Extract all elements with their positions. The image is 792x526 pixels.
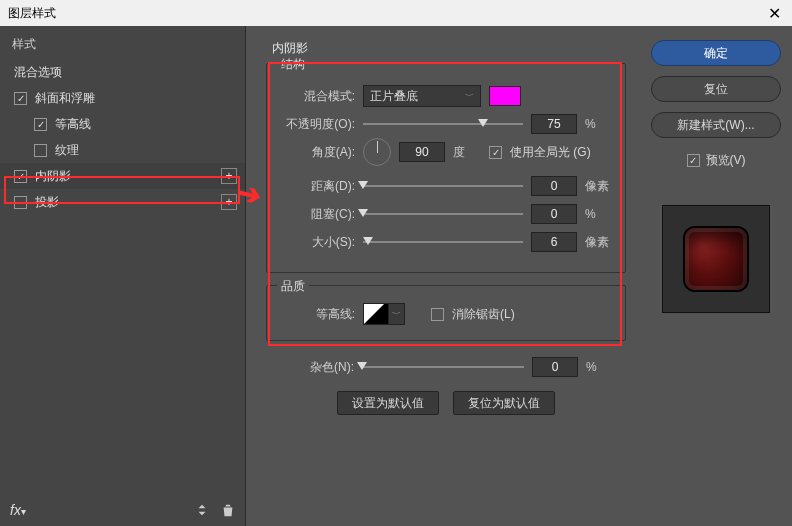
size-unit: 像素 (585, 234, 613, 251)
settings-panel: 内阴影 结构 混合模式: 正片叠底 ﹀ 不透明度(O): % 角度(A): (246, 26, 640, 526)
angle-dial[interactable] (363, 138, 391, 166)
effect-label: 等高线 (55, 116, 237, 133)
effect-row-bevel[interactable]: 斜面和浮雕 (0, 85, 245, 111)
effect-label: 纹理 (55, 142, 237, 159)
new-style-button[interactable]: 新建样式(W)... (651, 112, 781, 138)
blend-mode-value: 正片叠底 (370, 88, 418, 105)
global-light-label: 使用全局光 (G) (510, 144, 591, 161)
shadow-color-swatch[interactable] (489, 86, 521, 106)
ok-button[interactable]: 确定 (651, 40, 781, 66)
noise-unit: % (586, 360, 614, 374)
noise-field: 杂色(N): % (266, 353, 626, 381)
panel-title: 内阴影 (272, 40, 626, 57)
make-default-button[interactable]: 设置为默认值 (337, 391, 439, 415)
antialias-label: 消除锯齿(L) (452, 306, 515, 323)
opacity-input[interactable] (531, 114, 577, 134)
checkbox-icon[interactable] (14, 196, 27, 209)
checkbox-icon[interactable] (14, 92, 27, 105)
effect-row-inner-shadow[interactable]: 内阴影 + (0, 163, 245, 189)
sidebar-footer: fx▾ (0, 494, 245, 526)
effect-row-drop-shadow[interactable]: 投影 + (0, 189, 245, 215)
group-title-structure: 结构 (277, 56, 309, 73)
effect-label: 投影 (35, 194, 221, 211)
add-effect-button[interactable]: + (221, 168, 237, 184)
default-buttons-row: 设置为默认值 复位为默认值 (266, 391, 626, 415)
contour-field: 等高线: ﹀ 消除锯齿(L) (279, 300, 613, 328)
blend-mode-label: 混合模式: (279, 88, 355, 105)
opacity-field: 不透明度(O): % (279, 110, 613, 138)
sidebar-header: 样式 (0, 26, 245, 59)
checkbox-icon[interactable] (34, 144, 47, 157)
preview-toggle[interactable]: 预览(V) (687, 152, 746, 169)
choke-label: 阻塞(C): (279, 206, 355, 223)
noise-label: 杂色(N): (278, 359, 354, 376)
opacity-slider[interactable] (363, 117, 523, 131)
close-icon[interactable]: ✕ (764, 4, 784, 23)
effect-row-texture[interactable]: 纹理 (0, 137, 245, 163)
effect-row-contour[interactable]: 等高线 (0, 111, 245, 137)
angle-unit: 度 (453, 144, 481, 161)
size-input[interactable] (531, 232, 577, 252)
contour-swatch[interactable] (363, 303, 389, 325)
choke-input[interactable] (531, 204, 577, 224)
size-slider[interactable] (363, 235, 523, 249)
group-title-quality: 品质 (277, 278, 309, 295)
angle-input[interactable] (399, 142, 445, 162)
preview-checkbox[interactable] (687, 154, 700, 167)
effects-list: 斜面和浮雕 等高线 纹理 内阴影 + 投影 + (0, 85, 245, 494)
effect-label: 斜面和浮雕 (35, 90, 237, 107)
preview-label: 预览(V) (706, 152, 746, 169)
choke-slider[interactable] (363, 207, 523, 221)
blending-options-row[interactable]: 混合选项 (0, 59, 245, 85)
preview-gem (685, 228, 747, 290)
noise-slider[interactable] (362, 360, 524, 374)
blending-options-label: 混合选项 (14, 64, 237, 81)
choke-field: 阻塞(C): % (279, 200, 613, 228)
global-light-checkbox[interactable] (489, 146, 502, 159)
blend-mode-field: 混合模式: 正片叠底 ﹀ (279, 82, 613, 110)
opacity-unit: % (585, 117, 613, 131)
structure-group: 结构 混合模式: 正片叠底 ﹀ 不透明度(O): % 角度(A): 度 (266, 63, 626, 273)
distance-label: 距离(D): (279, 178, 355, 195)
distance-field: 距离(D): 像素 (279, 172, 613, 200)
effect-label: 内阴影 (35, 168, 221, 185)
angle-label: 角度(A): (279, 144, 355, 161)
up-down-icon[interactable] (195, 503, 209, 517)
noise-input[interactable] (532, 357, 578, 377)
styles-sidebar: 样式 混合选项 斜面和浮雕 等高线 纹理 内阴影 + (0, 26, 246, 526)
angle-field: 角度(A): 度 使用全局光 (G) (279, 138, 613, 166)
reset-default-button[interactable]: 复位为默认值 (453, 391, 555, 415)
size-label: 大小(S): (279, 234, 355, 251)
cancel-button[interactable]: 复位 (651, 76, 781, 102)
checkbox-icon[interactable] (34, 118, 47, 131)
dialog-buttons: 确定 复位 新建样式(W)... 预览(V) (640, 26, 792, 526)
opacity-label: 不透明度(O): (279, 116, 355, 133)
chevron-down-icon: ﹀ (465, 90, 474, 103)
choke-unit: % (585, 207, 613, 221)
quality-group: 品质 等高线: ﹀ 消除锯齿(L) (266, 285, 626, 341)
fx-icon[interactable]: fx▾ (10, 502, 26, 518)
distance-unit: 像素 (585, 178, 613, 195)
checkbox-icon[interactable] (14, 170, 27, 183)
contour-dropdown[interactable]: ﹀ (389, 303, 405, 325)
preview-swatch (662, 205, 770, 313)
size-field: 大小(S): 像素 (279, 228, 613, 256)
add-effect-button[interactable]: + (221, 194, 237, 210)
distance-slider[interactable] (363, 179, 523, 193)
window-title: 图层样式 (8, 5, 56, 22)
trash-icon[interactable] (221, 503, 235, 517)
distance-input[interactable] (531, 176, 577, 196)
blend-mode-dropdown[interactable]: 正片叠底 ﹀ (363, 85, 481, 107)
title-bar: 图层样式 ✕ (0, 0, 792, 26)
antialias-checkbox[interactable] (431, 308, 444, 321)
contour-label: 等高线: (279, 306, 355, 323)
